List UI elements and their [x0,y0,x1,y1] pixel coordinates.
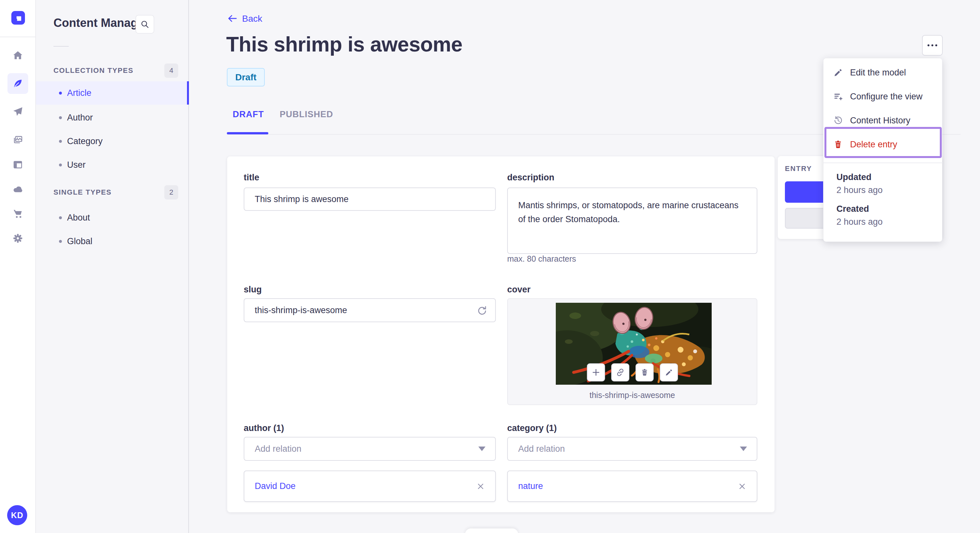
author-field-label: author (1) [244,423,284,433]
title-field-label: title [244,173,259,182]
history-clock-icon [833,116,843,125]
category-relation-item: nature [507,471,757,502]
main-sidebar: KD [0,0,36,533]
remove-author-icon[interactable] [476,482,485,491]
title-input[interactable] [244,187,496,211]
sidebar-item-label: Category [67,136,103,146]
sidebar-item-label: About [67,213,90,223]
back-link[interactable]: Back [227,14,262,24]
sidebar-divider [0,36,36,37]
status-badge: Draft [227,68,265,86]
updated-label: Updated [837,172,872,182]
menu-item-edit-model[interactable]: Edit the model [824,61,943,84]
bullet-icon [59,163,62,167]
releases-plane-icon[interactable] [8,102,28,122]
subnav-title: Content Manager [54,16,149,30]
user-avatar[interactable]: KD [7,505,27,525]
content-type-builder-icon[interactable] [8,154,28,175]
tab-draft[interactable]: DRAFT [233,109,264,119]
pencil-icon [833,68,843,78]
more-options-button[interactable] [922,35,943,56]
sidebar-item-label: User [67,160,86,170]
menu-divider [824,163,943,163]
entry-form-card: title description Mantis shrimps, or sto… [227,156,775,512]
bullet-icon [59,140,62,143]
cover-field-label: cover [507,285,530,295]
remove-category-icon[interactable] [737,482,747,491]
entry-context-menu: Edit the model Configure the view Conten… [823,58,942,242]
regenerate-icon[interactable] [475,304,488,317]
chevron-down-icon [740,447,747,451]
home-icon[interactable] [8,45,28,66]
author-relation-item: David Doe [244,471,496,502]
content-manager-subnav: Content Manager COLLECTION TYPES 4 Artic… [36,0,189,533]
menu-item-label: Content History [850,116,910,125]
cloud-icon[interactable] [8,179,28,200]
category-add-relation-select[interactable]: Add relation [507,437,757,461]
edit-icon[interactable] [660,363,678,381]
sidebar-item-global[interactable]: Global [36,230,189,253]
author-add-relation-select[interactable]: Add relation [244,437,496,461]
slug-input[interactable] [244,298,496,322]
single-types-header: SINGLE TYPES 2 [54,185,178,200]
collection-types-label: COLLECTION TYPES [54,67,134,75]
configure-list-icon [833,92,843,102]
media-library-icon[interactable] [8,130,28,150]
dot-icon [935,44,937,46]
collection-types-header: COLLECTION TYPES 4 [54,63,178,78]
single-types-label: SINGLE TYPES [54,188,111,197]
description-hint: max. 80 characters [507,254,576,263]
active-tab-underline [227,132,268,134]
sidebar-item-label: Author [67,113,93,123]
category-relation-link[interactable]: nature [518,481,737,491]
sidebar-item-user[interactable]: User [36,153,189,176]
menu-item-label: Configure the view [850,92,923,102]
app-window: KD Content Manager COLLECTION TYPES 4 Ar… [0,0,980,533]
bullet-icon [59,116,62,119]
floating-pill[interactable] [465,528,518,533]
sidebar-item-label: Article [67,88,91,98]
content-manager-feather-icon[interactable] [8,73,28,94]
dot-icon [931,44,933,46]
tab-published[interactable]: PUBLISHED [280,109,333,119]
cover-media-card: this-shrimp-is-awesome [507,298,757,405]
description-textarea[interactable]: Mantis shrimps, or stomatopods, are mari… [507,187,757,254]
bullet-icon [59,240,62,243]
delete-entry-focus-ring [824,127,942,158]
subnav-divider [54,46,69,47]
updated-value: 2 hours ago [837,185,883,195]
cover-actions [508,363,757,381]
sidebar-item-about[interactable]: About [36,206,189,229]
back-label: Back [242,14,262,24]
dot-icon [928,44,929,46]
sidebar-item-category[interactable]: Category [36,130,189,153]
marketplace-cart-icon[interactable] [8,203,28,224]
search-button[interactable] [135,15,154,34]
bullet-icon [59,216,62,219]
bullet-icon [59,92,62,95]
menu-item-label: Edit the model [850,68,906,78]
single-types-count-badge: 2 [164,185,178,200]
description-field-label: description [507,173,555,182]
menu-item-configure-view[interactable]: Configure the view [824,85,943,108]
search-icon [140,20,150,29]
add-icon[interactable] [587,363,605,381]
back-arrow-icon [227,14,237,24]
author-placeholder: Add relation [255,444,478,454]
author-relation-link[interactable]: David Doe [255,481,476,491]
sidebar-item-label: Global [67,236,92,246]
strapi-logo[interactable] [11,11,25,25]
active-indicator [187,81,189,105]
category-placeholder: Add relation [518,444,740,454]
slug-field-label: slug [244,285,262,295]
chevron-down-icon [478,447,485,451]
settings-gear-icon[interactable] [8,228,28,249]
sidebar-item-article[interactable]: Article [36,81,189,105]
entry-panel-label: ENTRY [785,165,812,173]
category-field-label: category (1) [507,423,557,433]
cover-filename: this-shrimp-is-awesome [508,390,757,400]
copy-link-icon[interactable] [611,363,629,381]
page-title: This shrimp is awesome [226,32,463,56]
sidebar-item-author[interactable]: Author [36,106,189,129]
delete-icon[interactable] [635,363,654,381]
